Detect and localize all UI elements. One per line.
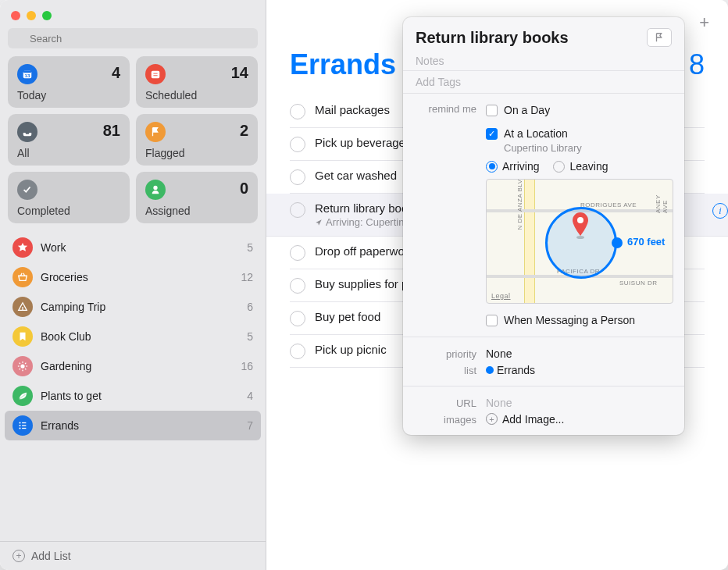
page-count: 8 — [689, 48, 705, 81]
smart-today[interactable]: 13 4 Today — [8, 56, 130, 108]
complete-toggle[interactable] — [290, 344, 305, 359]
smart-completed[interactable]: Completed — [8, 172, 130, 223]
map-pin-icon — [571, 212, 590, 240]
smart-flagged[interactable]: 2 Flagged — [136, 114, 258, 166]
at-location-row[interactable]: ✓ At a Location — [486, 125, 673, 142]
smart-count: 0 — [240, 180, 248, 198]
notes-field[interactable]: Notes — [403, 52, 684, 70]
svg-point-9 — [20, 364, 24, 368]
list-item-bookclub[interactable]: Book Club 5 — [5, 322, 261, 351]
add-image-button[interactable]: + Add Image... — [486, 413, 672, 426]
list-item-work[interactable]: Work 5 — [5, 233, 261, 262]
priority-value[interactable]: None — [486, 347, 672, 360]
smart-label: Today — [17, 89, 120, 102]
list-item-errands[interactable]: Errands 7 — [5, 411, 261, 440]
arriving-label: Arriving — [502, 160, 539, 173]
add-list-label: Add List — [31, 550, 71, 562]
when-messaging-label: When Messaging a Person — [504, 314, 635, 326]
basket-icon — [12, 267, 33, 287]
smart-assigned[interactable]: 0 Assigned — [136, 172, 258, 223]
images-label: images — [416, 412, 476, 426]
add-list-button[interactable]: + Add List — [0, 541, 266, 570]
flag-icon — [145, 122, 166, 142]
star-icon — [12, 237, 33, 258]
list-count: 5 — [247, 330, 253, 343]
on-a-day-row[interactable]: On a Day — [486, 102, 673, 119]
sidebar: 13 4 Today 14 Scheduled — [0, 0, 266, 570]
complete-toggle[interactable] — [290, 278, 305, 294]
new-reminder-button[interactable]: + — [699, 12, 709, 33]
svg-point-18 — [19, 422, 20, 423]
location-arrow-icon — [315, 219, 323, 226]
popover-title: Return library books — [416, 29, 569, 47]
list-icon — [12, 415, 33, 436]
flag-button[interactable] — [647, 28, 672, 47]
priority-list-section: priority None list Errands — [403, 337, 684, 386]
at-location-label: At a Location — [504, 127, 568, 140]
window-controls — [0, 0, 266, 28]
search-input[interactable] — [8, 28, 258, 48]
tent-icon — [12, 297, 33, 317]
smart-count: 81 — [103, 122, 120, 140]
leaving-label: Leaving — [569, 160, 608, 173]
list-item-camping[interactable]: Camping Trip 6 — [5, 292, 261, 322]
list-count: 7 — [247, 419, 253, 432]
svg-line-17 — [25, 363, 26, 364]
street-label: N DE ANZA BLVD — [516, 179, 523, 230]
smart-label: All — [17, 147, 120, 159]
smart-count: 2 — [240, 122, 248, 140]
list-count: 16 — [241, 360, 253, 372]
street-label: ANEY AVE — [655, 191, 669, 213]
map-legal-link[interactable]: Legal — [491, 292, 511, 300]
url-label: URL — [416, 396, 476, 409]
complete-toggle[interactable] — [290, 137, 305, 152]
geofence-radius-handle[interactable] — [612, 237, 623, 248]
search-container — [0, 28, 266, 56]
tags-field[interactable]: Add Tags — [416, 76, 672, 88]
remind-me-section: remind me On a Day ✓ At a Location Cuper… — [403, 93, 684, 337]
geofence-map[interactable]: N DE ANZA BLVD RODRIGUES AVE PACIFICA DR… — [486, 179, 673, 304]
calendar-icon — [145, 64, 166, 84]
street-label: SUISUN DR — [619, 280, 658, 287]
maximize-button[interactable] — [42, 11, 52, 20]
complete-toggle[interactable] — [290, 311, 305, 326]
complete-toggle[interactable] — [290, 202, 305, 218]
reminder-details-popover: Return library books Notes Add Tags remi… — [403, 17, 684, 435]
smart-all[interactable]: 81 All — [8, 114, 130, 166]
list-label: Groceries — [41, 271, 233, 283]
url-value[interactable]: None — [486, 397, 672, 409]
complete-toggle[interactable] — [290, 169, 305, 185]
smart-lists-grid: 13 4 Today 14 Scheduled — [0, 56, 266, 230]
complete-toggle[interactable] — [290, 245, 305, 261]
geofence-distance: 670 feet — [627, 236, 665, 248]
list-selector[interactable]: Errands — [486, 364, 672, 376]
at-location-checkbox[interactable]: ✓ — [486, 128, 498, 140]
smart-count: 14 — [231, 64, 248, 82]
smart-label: Completed — [17, 205, 120, 217]
complete-toggle[interactable] — [290, 104, 305, 119]
on-a-day-checkbox[interactable] — [486, 105, 498, 116]
list-label: Camping Trip — [41, 301, 239, 313]
list-label: Book Club — [41, 330, 239, 343]
arriving-radio[interactable] — [486, 161, 498, 173]
smart-scheduled[interactable]: 14 Scheduled — [136, 56, 258, 108]
svg-point-19 — [19, 425, 20, 426]
info-button[interactable]: i — [712, 203, 728, 219]
list-item-gardening[interactable]: Gardening 16 — [5, 351, 261, 381]
smart-label: Flagged — [145, 147, 248, 159]
list-field-label: list — [416, 363, 476, 376]
list-item-groceries[interactable]: Groceries 12 — [5, 262, 261, 292]
list-item-plants[interactable]: Plants to get 4 — [5, 381, 261, 411]
close-button[interactable] — [11, 11, 20, 20]
arriving-option[interactable]: Arriving — [486, 160, 539, 173]
when-messaging-checkbox[interactable] — [486, 315, 498, 326]
leaving-radio[interactable] — [553, 161, 565, 173]
list-label: Work — [41, 241, 239, 254]
calendar-icon: 13 — [17, 64, 37, 84]
tray-icon — [17, 122, 37, 142]
list-label: Errands — [41, 419, 239, 432]
when-messaging-row[interactable]: When Messaging a Person — [486, 312, 673, 329]
leaving-option[interactable]: Leaving — [553, 160, 608, 173]
minimize-button[interactable] — [27, 11, 36, 20]
bookmark-icon — [12, 326, 33, 347]
